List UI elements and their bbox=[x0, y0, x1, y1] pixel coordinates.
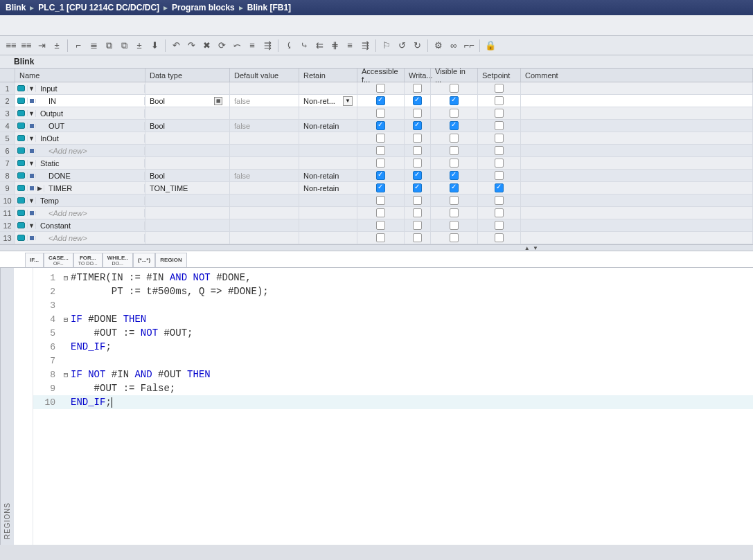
expand-icon[interactable]: ▼ bbox=[28, 222, 36, 229]
vis-cell[interactable] bbox=[431, 157, 478, 169]
name-cell[interactable]: ▶TIMER bbox=[15, 182, 145, 194]
variable-row[interactable]: 9▶TIMERTON_TIMENon-retain bbox=[0, 182, 753, 195]
vis-checkbox[interactable] bbox=[450, 159, 459, 168]
wr-checkbox[interactable] bbox=[413, 183, 422, 192]
toolbar-button[interactable]: ⤹ bbox=[282, 39, 296, 53]
header-writable[interactable]: Writa... bbox=[405, 69, 431, 82]
set-checkbox[interactable] bbox=[495, 233, 504, 242]
set-cell[interactable] bbox=[478, 95, 521, 107]
wr-checkbox[interactable] bbox=[413, 121, 422, 130]
acc-checkbox[interactable] bbox=[376, 196, 385, 205]
name-cell[interactable]: <Add new> bbox=[15, 232, 145, 244]
wr-cell[interactable] bbox=[405, 170, 431, 181]
code-area[interactable]: 1⊟#TIMER(IN := #IN AND NOT #DONE,2 PT :=… bbox=[33, 268, 753, 545]
set-cell[interactable] bbox=[478, 207, 521, 219]
vis-checkbox[interactable] bbox=[450, 96, 459, 105]
acc-checkbox[interactable] bbox=[376, 134, 385, 143]
retain-cell[interactable]: Non-retain bbox=[299, 182, 357, 194]
set-checkbox[interactable] bbox=[495, 84, 504, 93]
variable-row[interactable]: 8DONEBoolfalseNon-retain bbox=[0, 170, 753, 182]
default-cell[interactable] bbox=[230, 107, 299, 119]
comment-cell[interactable] bbox=[521, 120, 753, 132]
scl-snippet-button[interactable]: IF... bbox=[25, 253, 44, 267]
toolbar-button[interactable]: ≡ bbox=[245, 39, 259, 53]
toolbar-button[interactable]: ↷ bbox=[184, 39, 198, 53]
toolbar-button[interactable]: ⇥ bbox=[35, 39, 48, 53]
vis-checkbox[interactable] bbox=[450, 171, 459, 180]
set-cell[interactable] bbox=[478, 157, 521, 169]
retain-cell[interactable] bbox=[299, 107, 357, 119]
toolbar-button[interactable]: 🔒 bbox=[484, 39, 497, 53]
set-checkbox[interactable] bbox=[495, 109, 504, 118]
code-line[interactable]: 3 bbox=[33, 298, 753, 312]
toolbar-button[interactable]: ⬇ bbox=[148, 39, 161, 53]
retain-cell[interactable]: Non-retain bbox=[299, 170, 357, 181]
datatype-cell[interactable] bbox=[145, 195, 230, 206]
code-line[interactable]: 9 #OUT := False; bbox=[33, 381, 753, 395]
set-cell[interactable] bbox=[478, 182, 521, 194]
wr-cell[interactable] bbox=[405, 207, 431, 219]
section-row[interactable]: 5▼InOut bbox=[0, 132, 753, 145]
comment-cell[interactable] bbox=[521, 95, 753, 107]
set-cell[interactable] bbox=[478, 145, 521, 156]
toolbar-button[interactable]: ⤺ bbox=[230, 39, 244, 53]
toolbar-button[interactable]: ≡≡ bbox=[19, 39, 33, 53]
set-checkbox[interactable] bbox=[495, 121, 504, 130]
default-cell[interactable] bbox=[230, 157, 299, 169]
acc-checkbox[interactable] bbox=[376, 221, 385, 230]
default-cell[interactable] bbox=[230, 182, 299, 194]
acc-cell[interactable] bbox=[357, 157, 405, 169]
variable-name[interactable]: IN bbox=[44, 97, 145, 105]
wr-checkbox[interactable] bbox=[413, 208, 422, 217]
vis-checkbox[interactable] bbox=[450, 146, 459, 155]
datatype-cell[interactable]: Bool bbox=[145, 120, 230, 132]
header-visible[interactable]: Visible in ... bbox=[431, 69, 478, 82]
code-content[interactable]: END_IF; bbox=[71, 397, 112, 408]
acc-checkbox[interactable] bbox=[376, 183, 385, 192]
retain-cell[interactable]: Non-retain bbox=[299, 120, 357, 132]
fold-icon[interactable]: ⊟ bbox=[61, 370, 71, 379]
acc-cell[interactable] bbox=[357, 219, 405, 231]
scl-snippet-button[interactable]: REGION bbox=[155, 253, 187, 267]
add-new-placeholder[interactable]: <Add new> bbox=[44, 234, 145, 242]
set-checkbox[interactable] bbox=[495, 196, 504, 205]
breadcrumb-item[interactable]: Program blocks bbox=[172, 3, 235, 12]
acc-cell[interactable] bbox=[357, 107, 405, 119]
set-cell[interactable] bbox=[478, 170, 521, 181]
header-type[interactable]: Data type bbox=[145, 69, 230, 82]
scl-snippet-button[interactable]: FOR...TO DO... bbox=[73, 253, 103, 267]
retain-cell[interactable] bbox=[299, 195, 357, 206]
default-cell[interactable] bbox=[230, 207, 299, 219]
vis-cell[interactable] bbox=[431, 232, 478, 244]
scl-snippet-button[interactable]: CASE...OF... bbox=[44, 253, 73, 267]
code-content[interactable]: #OUT := NOT #OUT; bbox=[71, 327, 193, 338]
wr-checkbox[interactable] bbox=[413, 159, 422, 168]
fold-icon[interactable]: ⊟ bbox=[61, 315, 71, 324]
acc-cell[interactable] bbox=[357, 232, 405, 244]
acc-checkbox[interactable] bbox=[376, 84, 385, 93]
expand-icon[interactable]: ▼ bbox=[28, 160, 36, 167]
acc-checkbox[interactable] bbox=[376, 121, 385, 130]
vis-checkbox[interactable] bbox=[450, 196, 459, 205]
default-cell[interactable] bbox=[230, 219, 299, 231]
wr-cell[interactable] bbox=[405, 219, 431, 231]
variable-row[interactable]: 4OUTBoolfalseNon-retain bbox=[0, 120, 753, 132]
vis-cell[interactable] bbox=[431, 132, 478, 144]
wr-checkbox[interactable] bbox=[413, 96, 422, 105]
default-cell[interactable] bbox=[230, 232, 299, 244]
set-cell[interactable] bbox=[478, 107, 521, 119]
toolbar-button[interactable]: ⌐ bbox=[71, 39, 85, 53]
fold-icon[interactable]: ⊟ bbox=[61, 273, 71, 282]
default-cell[interactable] bbox=[230, 145, 299, 156]
wr-checkbox[interactable] bbox=[413, 196, 422, 205]
code-content[interactable]: #TIMER(IN := #IN AND NOT #DONE, bbox=[71, 272, 251, 283]
toolbar-button[interactable]: ⇶ bbox=[260, 39, 274, 53]
datatype-cell[interactable] bbox=[145, 207, 230, 219]
wr-checkbox[interactable] bbox=[413, 84, 422, 93]
acc-checkbox[interactable] bbox=[376, 146, 385, 155]
wr-cell[interactable] bbox=[405, 120, 431, 132]
retain-cell[interactable] bbox=[299, 207, 357, 219]
section-row[interactable]: 7▼Static bbox=[0, 157, 753, 170]
add-new-row[interactable]: 6<Add new> bbox=[0, 145, 753, 157]
comment-cell[interactable] bbox=[521, 195, 753, 206]
